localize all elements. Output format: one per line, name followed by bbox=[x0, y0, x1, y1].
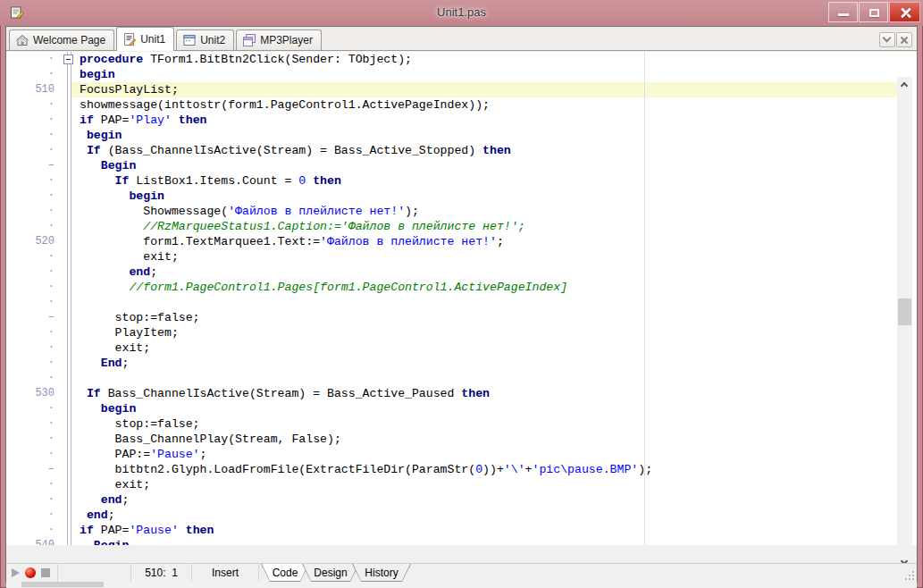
code-fold-icon[interactable] bbox=[63, 55, 73, 64]
line-number[interactable]: 530 bbox=[6, 386, 68, 401]
code-line[interactable]: · Bass_ChannelPlay(Stream, False); bbox=[6, 432, 897, 447]
line-text[interactable]: end; bbox=[71, 508, 897, 523]
gutter-mark[interactable]: · bbox=[6, 249, 68, 265]
tab-unit2[interactable]: Unit2 bbox=[176, 29, 234, 50]
code-line[interactable]: · bbox=[6, 371, 897, 386]
code-line[interactable]: ·procedure TForm1.BitBtn2Click(Sender: T… bbox=[6, 52, 897, 67]
line-text[interactable]: bitbtn2.Glyph.LoadFromFile(ExtractFileDi… bbox=[71, 462, 897, 477]
line-text[interactable]: if PAP='Play' then bbox=[71, 113, 897, 128]
line-text[interactable]: exit; bbox=[71, 340, 897, 356]
play-icon[interactable] bbox=[12, 568, 20, 577]
code-line[interactable]: · //RzMarqueeStatus1.Caption:='Файлов в … bbox=[6, 219, 897, 234]
vertical-scroll-thumb[interactable] bbox=[898, 298, 911, 325]
gutter-mark[interactable]: · bbox=[6, 325, 68, 340]
titlebar[interactable]: Unit1.pas bbox=[0, 0, 923, 26]
line-text[interactable]: begin bbox=[71, 401, 897, 416]
line-text[interactable]: If Bass_ChannelIsActive(Stream) = Bass_A… bbox=[71, 386, 897, 401]
line-number[interactable]: 510 bbox=[6, 82, 68, 97]
line-text[interactable]: end; bbox=[71, 265, 897, 280]
gutter-mark[interactable]: · bbox=[6, 477, 68, 492]
line-text[interactable] bbox=[71, 371, 897, 386]
minimize-icon[interactable] bbox=[828, 2, 858, 22]
line-text[interactable]: showmessage(inttostr(form1.PageControl1.… bbox=[71, 97, 897, 113]
line-text[interactable]: exit; bbox=[71, 249, 897, 265]
gutter-mark[interactable]: · bbox=[6, 52, 68, 67]
record-icon[interactable] bbox=[25, 567, 36, 578]
gutter-mark[interactable]: · bbox=[6, 97, 68, 113]
code-line[interactable]: · bbox=[6, 295, 897, 310]
line-text[interactable]: Begin bbox=[71, 158, 897, 173]
gutter-mark[interactable]: · bbox=[6, 67, 68, 82]
line-text[interactable]: begin bbox=[71, 189, 897, 204]
gutter-mark[interactable]: · bbox=[6, 143, 68, 158]
close-icon[interactable] bbox=[889, 2, 920, 22]
line-text[interactable]: Showmessage('Файлов в плейлисте нет!'); bbox=[71, 204, 897, 219]
code-line[interactable]: · exit; bbox=[6, 477, 897, 492]
gutter-mark[interactable]: · bbox=[6, 371, 68, 386]
gutter-mark[interactable]: · bbox=[6, 356, 68, 371]
tab-mp3player[interactable]: MP3Player bbox=[236, 29, 322, 50]
code-rows[interactable]: ·procedure TForm1.BitBtn2Click(Sender: T… bbox=[6, 52, 897, 545]
resize-grip[interactable] bbox=[905, 571, 914, 580]
stop-icon[interactable] bbox=[41, 568, 50, 577]
gutter-mark[interactable]: · bbox=[6, 189, 68, 204]
code-line[interactable]: · exit; bbox=[6, 340, 897, 356]
line-text[interactable]: End; bbox=[71, 356, 897, 371]
line-text[interactable]: begin bbox=[71, 128, 897, 143]
line-text[interactable]: procedure TForm1.BitBtn2Click(Sender: TO… bbox=[71, 52, 897, 67]
code-line[interactable]: · begin bbox=[6, 401, 897, 416]
gutter-mark[interactable]: · bbox=[6, 173, 68, 189]
code-line[interactable]: · end; bbox=[6, 508, 897, 523]
code-line[interactable]: · Showmessage('Файлов в плейлисте нет!')… bbox=[6, 204, 897, 219]
gutter-mark[interactable]: · bbox=[6, 416, 68, 432]
gutter-mark[interactable]: – bbox=[6, 310, 68, 325]
code-line[interactable]: · PlayItem; bbox=[6, 325, 897, 340]
code-line[interactable]: · PAP:='Pause'; bbox=[6, 447, 897, 462]
gutter-mark[interactable]: · bbox=[6, 401, 68, 416]
code-line[interactable]: · end; bbox=[6, 492, 897, 508]
code-line[interactable]: 520 form1.TextMarquee1.Text:='Файлов в п… bbox=[6, 234, 897, 249]
code-line[interactable]: ·if PAP='Play' then bbox=[6, 113, 897, 128]
line-text[interactable]: stop:=false; bbox=[71, 416, 897, 432]
code-line[interactable]: · If ListBox1.Items.Count = 0 then bbox=[6, 173, 897, 189]
code-line[interactable]: · exit; bbox=[6, 249, 897, 265]
gutter-mark[interactable]: · bbox=[6, 295, 68, 310]
code-line[interactable]: ·showmessage(inttostr(form1.PageControl1… bbox=[6, 97, 897, 113]
code-line[interactable]: · stop:=false; bbox=[6, 416, 897, 432]
code-line[interactable]: · begin bbox=[6, 128, 897, 143]
gutter-mark[interactable]: · bbox=[6, 492, 68, 508]
line-text[interactable]: if PAP='Pause' then bbox=[71, 523, 897, 538]
code-line[interactable]: – stop:=false; bbox=[6, 310, 897, 325]
gutter-mark[interactable]: · bbox=[6, 432, 68, 447]
gutter-mark[interactable]: · bbox=[6, 204, 68, 219]
line-text[interactable]: stop:=false; bbox=[71, 310, 897, 325]
gutter-mark[interactable]: – bbox=[6, 158, 68, 173]
line-text[interactable]: end; bbox=[71, 492, 897, 508]
gutter-mark[interactable]: – bbox=[6, 462, 68, 477]
code-line[interactable]: 510FocusPlayList; bbox=[6, 82, 897, 97]
line-text[interactable]: PlayItem; bbox=[71, 325, 897, 340]
gutter-mark[interactable]: · bbox=[6, 265, 68, 280]
line-text[interactable]: form1.TextMarquee1.Text:='Файлов в плейл… bbox=[71, 234, 897, 249]
line-number[interactable]: 540 bbox=[6, 538, 68, 545]
line-text[interactable]: PAP:='Pause'; bbox=[71, 447, 897, 462]
gutter-mark[interactable]: · bbox=[6, 523, 68, 538]
maximize-icon[interactable] bbox=[859, 2, 888, 22]
gutter-mark[interactable]: · bbox=[6, 508, 68, 523]
tab-welcome-page[interactable]: Welcome Page bbox=[9, 29, 114, 50]
line-number[interactable]: 520 bbox=[6, 234, 68, 249]
gutter-mark[interactable]: · bbox=[6, 340, 68, 356]
code-line[interactable]: 530 If Bass_ChannelIsActive(Stream) = Ba… bbox=[6, 386, 897, 401]
view-tab-history[interactable]: History bbox=[352, 564, 411, 582]
line-text[interactable]: //form1.PageControl1.Pages[form1.PageCon… bbox=[71, 280, 897, 295]
chevron-down-icon[interactable] bbox=[879, 32, 895, 47]
code-line[interactable]: · End; bbox=[6, 356, 897, 371]
gutter-mark[interactable]: · bbox=[6, 113, 68, 128]
vertical-scrollbar[interactable] bbox=[897, 77, 912, 570]
gutter-mark[interactable]: · bbox=[6, 128, 68, 143]
code-line[interactable]: – Begin bbox=[6, 158, 897, 173]
line-text[interactable]: begin bbox=[71, 67, 897, 82]
view-tab-design[interactable]: Design bbox=[302, 564, 359, 582]
current-line[interactable]: FocusPlayList; bbox=[71, 82, 897, 97]
gutter-mark[interactable]: · bbox=[6, 219, 68, 234]
